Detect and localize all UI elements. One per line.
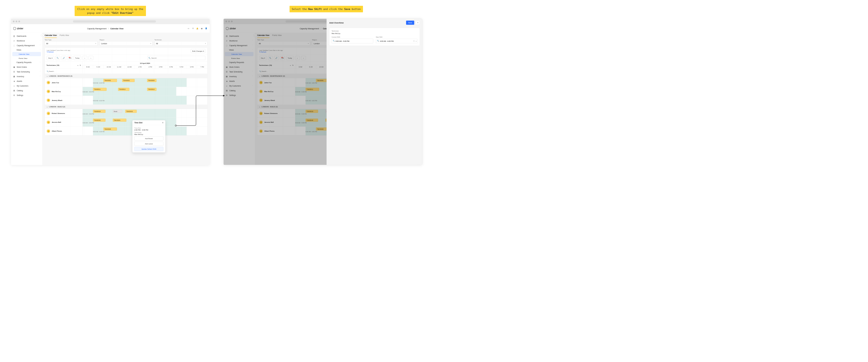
shift-time: 9:00 AM - 6:00 PM: [93, 131, 104, 132]
drawer-tech-label: Technician: [332, 30, 418, 32]
clear-icon[interactable]: ⓧ: [413, 40, 415, 42]
sidebar-item-capacity-requests[interactable]: Capacity Requests ˅: [11, 60, 42, 65]
popup-title: Time Slot: [134, 122, 142, 124]
chevron-icon: ˅: [40, 94, 41, 96]
add-overtime-drawer: Add Overtime Save ✕ Technician Max McCoy…: [327, 19, 423, 165]
user-icon[interactable]: 👤: [205, 27, 208, 30]
sidebar-item-work-orders[interactable]: ▣ Work Orders: [11, 65, 42, 69]
app-window: zinier Capacity Management / Calendar Vi…: [223, 19, 423, 165]
task-chip[interactable]: TSK00024: [113, 119, 126, 122]
sidebar-icon: ◈: [13, 80, 16, 83]
sidebar-item-label: Points View: [19, 57, 27, 59]
sidebar-item-label: Work Orders: [17, 66, 27, 68]
chevron-icon: ˅: [40, 85, 41, 87]
sidebar-item-label: Workforce: [17, 39, 25, 42]
sidebar-item-my-customers[interactable]: ☺ My Customers ˅: [11, 84, 42, 88]
add-leave-button[interactable]: Add Leave: [134, 142, 163, 146]
timeslot-popup: Time Slot ✕ Time Slot 2:00 PM - 3:00 PM …: [132, 120, 165, 153]
sidebar-item-inventory[interactable]: ▦ Inventory ˅: [11, 74, 42, 79]
sidebar-item-label: Catalog: [17, 89, 23, 92]
add-break-button[interactable]: Add Break: [134, 136, 163, 141]
browser-chrome: [11, 19, 210, 24]
task-chip[interactable]: Break: [113, 110, 122, 113]
sidebar-item-label: Views: [17, 49, 21, 51]
shift-time: 9:00 AM - 6:00 PM: [93, 83, 104, 84]
sidebar-item-label: Assets: [17, 80, 22, 82]
chevron-icon: ˅: [40, 76, 41, 77]
chevron-icon: ˅: [40, 40, 41, 41]
sidebar-item-label: Dashboards: [17, 35, 27, 37]
task-chip[interactable]: TSK00032: [125, 110, 136, 113]
shift-time: 9:00 AM - 6:00 PM: [93, 100, 104, 102]
apps-icon[interactable]: ▦: [201, 27, 203, 30]
task-chip[interactable]: TSK00040: [93, 119, 105, 122]
sidebar-item-label: My Customers: [17, 85, 28, 87]
task-chip[interactable]: TSK00025: [103, 127, 117, 130]
brand-name: zinier: [17, 27, 24, 30]
sidebar-item-task-scheduling[interactable]: ☰ Task Scheduling ˅: [11, 69, 42, 74]
task-chip[interactable]: TSK00001: [103, 79, 117, 82]
drawer-title: Add Overtime: [329, 22, 405, 24]
sidebar-item-points-view[interactable]: Points View: [11, 56, 42, 60]
sidebar-item-label: Capacity Management: [17, 44, 35, 47]
sidebar-item-settings[interactable]: ⚙ Settings ˅: [11, 93, 42, 98]
logo-icon: [13, 27, 16, 30]
sidebar-item-capacity-management[interactable]: ◌ Capacity Management ˄: [11, 43, 42, 48]
pin-icon[interactable]: ⚲: [192, 27, 194, 30]
shift-block: [93, 96, 187, 105]
timeline-lane[interactable]: 9:00 AM - 6:00 PM TSK00001TSK00002TSK000…: [83, 78, 207, 87]
tip-right: Select the New Shift and click the Save …: [290, 6, 363, 12]
sidebar: ▥ Dashboards ⛭ Workforce ˅ ◌ Capacity Ma…: [11, 33, 42, 165]
sidebar-item-workforce[interactable]: ⛭ Workforce ˅: [11, 38, 42, 43]
sidebar-icon: ▦: [13, 75, 16, 78]
sidebar-item-calendar-view[interactable]: Calendar View: [12, 52, 41, 56]
chevron-down-icon[interactable]: ▾: [416, 40, 416, 42]
task-chip[interactable]: TSK00011: [93, 88, 107, 91]
breadcrumb: Capacity Management / Calendar View: [23, 27, 187, 30]
task-chip[interactable]: TSK00018: [93, 110, 105, 113]
sidebar-item-label: Inventory: [17, 75, 24, 78]
sidebar-item-assets[interactable]: ◈ Assets: [11, 79, 42, 84]
popup-tech-value: Max McCoy: [134, 133, 163, 135]
breadcrumb-parent[interactable]: Capacity Management: [87, 27, 106, 30]
brand-logo: zinier: [13, 27, 24, 30]
sidebar-icon: ▥: [13, 35, 16, 37]
chevron-icon: ˅: [40, 71, 41, 72]
new-shift-input[interactable]: [376, 39, 417, 43]
sidebar-item-catalog[interactable]: ▤ Catalog: [11, 88, 42, 93]
close-icon[interactable]: ✕: [162, 122, 164, 124]
task-chip[interactable]: TSK00012: [118, 88, 129, 91]
main-content: ‹ Calendar ViewPoints View Task Type All…: [42, 33, 210, 165]
sidebar-icon: ☺: [13, 85, 16, 87]
app-header: zinier Capacity Management / Calendar Vi…: [11, 24, 210, 33]
bell-icon[interactable]: 🔔: [196, 27, 199, 30]
current-shift-input: [332, 39, 373, 43]
shift-time: 8:00 AM - 5:00 PM: [83, 122, 94, 124]
sidebar-icon: ⛭: [13, 39, 16, 42]
popup-slot-value: 2:00 PM - 3:00 PM: [134, 129, 163, 131]
update-default-shift-button[interactable]: Update Default Shift: [134, 147, 163, 151]
sidebar-icon: ▣: [13, 66, 16, 68]
chevron-icon: ˄: [40, 49, 41, 51]
save-button[interactable]: Save: [406, 21, 414, 25]
sidebar-item-dashboards[interactable]: ▥ Dashboards: [11, 34, 42, 38]
search-icon: 🔍: [333, 40, 335, 42]
timeline-lane[interactable]: 8:00 AM - 5:00 PM TSK00018BreakTSK00032: [83, 109, 207, 118]
sidebar-icon: ▤: [13, 89, 16, 92]
chevron-icon: ˄: [40, 44, 41, 46]
sidebar-icon: ◌: [13, 44, 16, 47]
chat-icon[interactable]: ▭: [187, 27, 190, 30]
shift-time: 8:00 AM - 5:00 PM: [83, 91, 94, 93]
breadcrumb-current: Calendar View: [110, 27, 124, 30]
chevron-icon: ˅: [40, 62, 41, 63]
task-chip[interactable]: TSK00002: [122, 79, 135, 82]
timeline-lane[interactable]: 9:00 AM - 6:00 PM: [83, 96, 207, 105]
close-button[interactable]: ✕: [416, 21, 420, 25]
sidebar-item-label: Settings: [17, 94, 23, 96]
sidebar-item-label: Task Scheduling: [17, 70, 30, 73]
sidebar-item-views[interactable]: Views ˄: [11, 48, 42, 52]
task-chip[interactable]: TSK00013: [147, 88, 156, 91]
sidebar-icon: ⚙: [13, 94, 16, 96]
task-chip[interactable]: TSK00003: [147, 79, 156, 82]
timeline-lane[interactable]: 8:00 AM - 5:00 PM TSK00011TSK00012TSK000…: [83, 87, 207, 96]
